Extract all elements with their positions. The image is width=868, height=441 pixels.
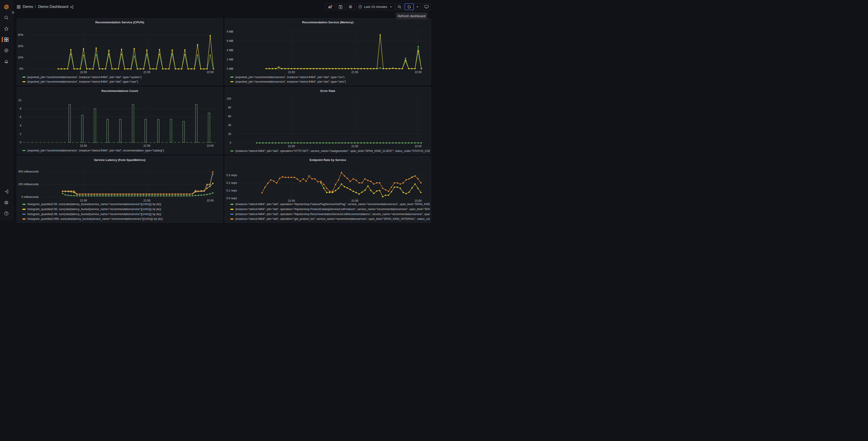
svg-text:21:55: 21:55 bbox=[144, 199, 151, 202]
svg-text:40: 40 bbox=[228, 124, 231, 127]
svg-text:21:55: 21:55 bbox=[351, 145, 359, 148]
svg-text:4 MB: 4 MB bbox=[227, 49, 233, 52]
svg-text:22:00: 22:00 bbox=[415, 70, 422, 74]
svg-text:0 milliseconds: 0 milliseconds bbox=[22, 195, 39, 199]
svg-text:10%: 10% bbox=[18, 56, 24, 59]
svg-text:20: 20 bbox=[228, 133, 231, 136]
svg-text:21:50: 21:50 bbox=[288, 199, 295, 202]
svg-text:21:55: 21:55 bbox=[144, 144, 151, 147]
svg-text:2 MB: 2 MB bbox=[227, 58, 233, 61]
svg-text:22:00: 22:00 bbox=[207, 144, 214, 147]
svg-text:20%: 20% bbox=[18, 45, 24, 48]
svg-text:22:00: 22:00 bbox=[207, 199, 214, 202]
svg-text:0.0 req/s: 0.0 req/s bbox=[226, 197, 237, 200]
svg-text:21:55: 21:55 bbox=[144, 70, 151, 74]
svg-text:22:00: 22:00 bbox=[415, 199, 422, 202]
svg-text:0.3 req/s: 0.3 req/s bbox=[226, 173, 237, 177]
svg-text:21:50: 21:50 bbox=[80, 144, 87, 147]
svg-text:21:50: 21:50 bbox=[288, 145, 295, 148]
svg-text:80: 80 bbox=[228, 106, 231, 109]
svg-text:22:00: 22:00 bbox=[207, 70, 214, 74]
svg-text:0: 0 bbox=[230, 141, 231, 144]
svg-text:21:50: 21:50 bbox=[288, 70, 295, 74]
svg-text:100: 100 bbox=[226, 97, 231, 100]
svg-text:0.2 req/s: 0.2 req/s bbox=[226, 181, 237, 184]
svg-text:21:50: 21:50 bbox=[80, 70, 87, 74]
svg-text:21:55: 21:55 bbox=[351, 70, 359, 74]
svg-text:400 milliseconds: 400 milliseconds bbox=[18, 170, 39, 173]
svg-text:30%: 30% bbox=[18, 33, 24, 36]
svg-text:10: 10 bbox=[18, 99, 21, 102]
svg-text:0 MB: 0 MB bbox=[227, 67, 233, 70]
svg-text:2: 2 bbox=[20, 133, 21, 136]
svg-text:60: 60 bbox=[228, 115, 231, 118]
svg-text:200 milliseconds: 200 milliseconds bbox=[18, 183, 39, 186]
svg-text:0: 0 bbox=[20, 141, 21, 144]
svg-text:6: 6 bbox=[20, 115, 21, 119]
svg-text:4: 4 bbox=[20, 124, 21, 127]
svg-text:21:50: 21:50 bbox=[80, 199, 87, 202]
svg-text:0%: 0% bbox=[19, 67, 23, 70]
svg-text:8: 8 bbox=[20, 107, 21, 110]
svg-text:22:00: 22:00 bbox=[415, 145, 422, 148]
svg-text:6 MB: 6 MB bbox=[227, 39, 233, 42]
svg-text:8 MB: 8 MB bbox=[227, 30, 233, 33]
svg-text:0.1 req/s: 0.1 req/s bbox=[226, 189, 237, 192]
svg-text:21:55: 21:55 bbox=[351, 199, 359, 202]
